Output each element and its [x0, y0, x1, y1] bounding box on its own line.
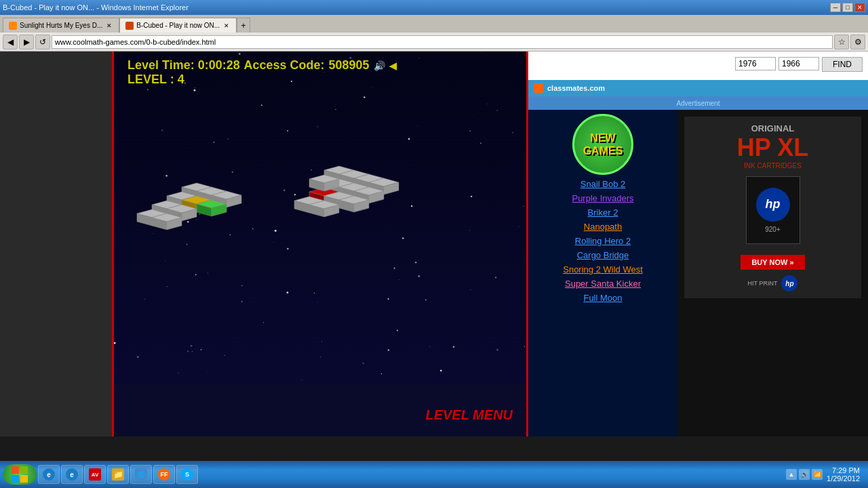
minimize-button[interactable]: ─ [830, 3, 841, 12]
clock-date: 1/29/2012 [827, 474, 860, 483]
tray-icons: ▲ 🔊 📶 [786, 469, 823, 480]
new-games-text: NEW GAMES [583, 131, 623, 157]
network-icon: 🌐 [135, 468, 147, 481]
game-link-cargo[interactable]: Cargo Bridge [577, 250, 629, 260]
maximize-button[interactable]: □ [842, 3, 853, 12]
clock-time: 7:29 PM [827, 466, 860, 474]
star-button[interactable]: ☆ [834, 35, 849, 49]
game-link-briker2[interactable]: Briker 2 [588, 207, 618, 218]
svg-rect-1 [20, 466, 28, 474]
game-link-snailbob2[interactable]: Snail Bob 2 [580, 179, 626, 189]
hp-xl-text: HP XL [691, 134, 854, 162]
game-link-rolling[interactable]: Rolling Hero 2 [575, 236, 631, 246]
game-link-purple[interactable]: Purple Invaders [572, 193, 633, 203]
tab-label-sunlight: Sunlight Hurts My Eyes D... [20, 22, 102, 29]
taskbar-network[interactable]: 🌐 [130, 465, 152, 484]
tab-close-bcubed[interactable]: ✕ [222, 22, 231, 30]
panels-row: NEW GAMES Snail Bob 2 Purple Invaders Br… [528, 110, 868, 436]
hp-logo-circle: hp [756, 188, 790, 222]
system-clock: 7:29 PM 1/29/2012 [827, 466, 860, 483]
find-button[interactable]: FIND [822, 57, 863, 72]
access-code-label: Access Code: [243, 58, 324, 73]
title-bar: B-Cubed - Play it now ON... - Windows In… [0, 0, 868, 15]
av-icon: AV [89, 468, 101, 481]
ie-icon-2: e [66, 468, 78, 481]
access-code-value: 508905 [328, 58, 369, 73]
hp-logo-text: hp [766, 197, 781, 211]
start-button[interactable] [3, 464, 37, 485]
folder-icon: 📁 [112, 468, 124, 481]
hp-original-text: ORIGINAL [691, 123, 854, 134]
tray-icon-1: ▲ [786, 469, 797, 480]
search-section: FIND [528, 52, 868, 80]
level-display: LEVEL : 4 [127, 73, 513, 87]
hp-ad-content: ORIGINAL HP XL INK CARTRIDGES hp 920+ BU… [684, 117, 861, 298]
game-area[interactable]: Level Time: 0:00:28 LEVEL : 4 Access Cod… [112, 52, 528, 436]
svg-rect-3 [20, 475, 28, 483]
taskbar-skype[interactable]: S [176, 465, 198, 484]
ad-label: Advertisement [677, 100, 720, 107]
ie-icon: e [43, 468, 55, 481]
tab-favicon-sunlight [9, 22, 17, 30]
level-menu-button[interactable]: LEVEL MENU [425, 407, 513, 423]
tab-close-sunlight[interactable]: ✕ [105, 22, 113, 30]
sound-icon[interactable]: 🔊 [374, 60, 385, 71]
buy-now-button[interactable]: BUY NOW » [741, 255, 804, 270]
year-inputs: FIND [735, 57, 863, 72]
new-games-badge[interactable]: NEW GAMES [572, 114, 633, 175]
classmates-bar: classmates.com [528, 80, 868, 96]
taskbar-av[interactable]: AV [84, 465, 106, 484]
game-link-fullmoon[interactable]: Full Moon [583, 293, 622, 303]
games-panel: NEW GAMES Snail Bob 2 Purple Invaders Br… [528, 110, 677, 436]
hp-ink-text: INK CARTRIDGES [691, 162, 854, 169]
tab-sunlight[interactable]: Sunlight Hurts My Eyes D... ✕ [3, 18, 119, 33]
game-canvas [114, 52, 528, 385]
system-tray: ▲ 🔊 📶 7:29 PM 1/29/2012 [786, 466, 865, 483]
ad-bar: Advertisement [528, 96, 868, 110]
hit-print-text: HIT PRINT [748, 280, 778, 287]
skype-icon: S [181, 468, 193, 481]
forward-button[interactable]: ▶ [19, 35, 34, 49]
mute-icon[interactable]: ◀ [389, 60, 397, 71]
address-bar[interactable]: www.coolmath-games.com/0-b-cubed/index.h… [52, 35, 833, 49]
firefox-icon: FF [158, 468, 170, 481]
title-bar-text: B-Cubed - Play it now ON... - Windows In… [3, 3, 189, 12]
game-link-snoring[interactable]: Snoring 2 Wild West [563, 264, 643, 274]
windows-logo [10, 465, 29, 484]
tab-favicon-bcubed [125, 22, 134, 30]
taskbar-folder[interactable]: 📁 [107, 465, 129, 484]
level-time-value: 0:00:28 [198, 58, 240, 72]
address-text: www.coolmath-games.com/0-b-cubed/index.h… [55, 38, 216, 46]
taskbar: e e AV 📁 🌐 FF S ▲ 🔊 📶 7:29 PM 1/29/2012 [0, 461, 868, 488]
level-label-text: LEVEL : [127, 73, 174, 86]
nav-bar: ◀ ▶ ↺ www.coolmath-games.com/0-b-cubed/i… [0, 33, 868, 52]
tab-bar: Sunlight Hurts My Eyes D... ✕ B-Cubed - … [0, 15, 868, 33]
main-content: Level Time: 0:00:28 LEVEL : 4 Access Cod… [0, 52, 868, 436]
refresh-button[interactable]: ↺ [35, 35, 50, 49]
browser-window: B-Cubed - Play it now ON... - Windows In… [0, 0, 868, 52]
taskbar-firefox[interactable]: FF [153, 465, 175, 484]
close-button[interactable]: ✕ [854, 3, 865, 12]
hp-model-number: 920+ [765, 226, 781, 233]
hp-ad-panel: ORIGINAL HP XL INK CARTRIDGES hp 920+ BU… [677, 110, 868, 436]
back-button[interactable]: ◀ [3, 35, 18, 49]
network-tray-icon[interactable]: 📶 [812, 469, 823, 480]
hp-small-logo: hp [781, 275, 797, 291]
level-time-label: Level Time: [127, 58, 195, 72]
classmates-icon [534, 83, 543, 93]
taskbar-ie[interactable]: e [38, 465, 60, 484]
new-tab-button[interactable]: + [237, 18, 250, 33]
tools-button[interactable]: ⚙ [850, 35, 865, 49]
right-panel: FIND classmates.com Advertisement NEW GA… [528, 52, 868, 436]
speaker-tray-icon[interactable]: 🔊 [799, 469, 810, 480]
taskbar-ie2[interactable]: e [61, 465, 83, 484]
game-link-santa[interactable]: Super Santa Kicker [565, 279, 641, 289]
title-bar-buttons: ─ □ ✕ [830, 3, 865, 12]
year2-input[interactable] [778, 57, 819, 70]
game-link-nanopath[interactable]: Nanopath [584, 222, 622, 232]
tab-bcubed[interactable]: B-Cubed - Play it now ON... ✕ [119, 18, 237, 33]
year1-input[interactable] [735, 57, 776, 70]
level-value: 4 [178, 73, 184, 86]
left-strip [0, 52, 112, 436]
access-code: Access Code: 508905 🔊 ◀ [243, 58, 396, 73]
